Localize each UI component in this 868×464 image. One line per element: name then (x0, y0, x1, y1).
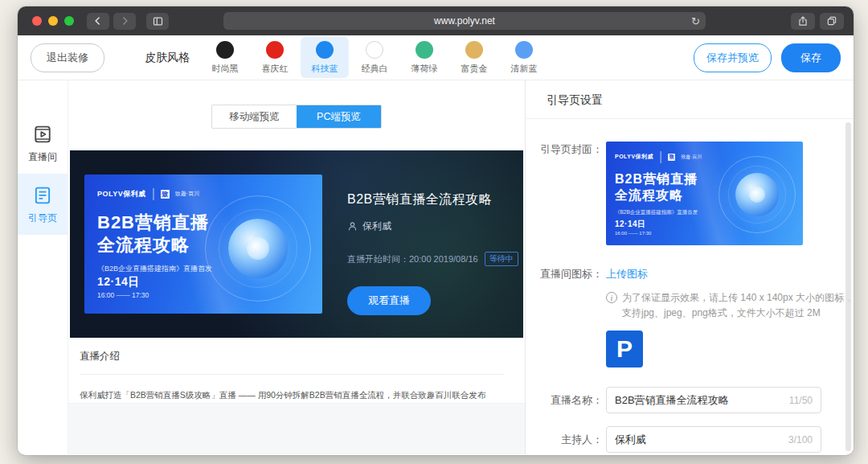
sidebar-item-label: 直播间 (28, 150, 57, 164)
black-color-dot (216, 41, 234, 59)
logo-divider: | (659, 150, 662, 164)
forward-button[interactable] (113, 13, 136, 30)
skin-style-label: 皮肤风格 (145, 51, 190, 65)
upload-icon-link[interactable]: 上传图标 (606, 267, 648, 281)
cover-label: 引导页封面： (526, 142, 603, 157)
zoom-window-icon[interactable] (64, 16, 74, 26)
live-cover-banner: POLYV保利威 | 致 致趣·百川 B2B营销直播 全流程攻略 《B2B企业直… (84, 175, 322, 314)
guide-page-icon (31, 184, 54, 207)
banner-ring-graphic (719, 156, 796, 233)
host-label: 主持人： (526, 432, 603, 447)
left-sidebar: 直播间 引导页 (18, 80, 68, 454)
skin-swatch-label: 富贵金 (461, 63, 488, 75)
banner-time: 16:00 —— 17:30 (615, 231, 651, 236)
freshblue-color-dot (515, 41, 533, 59)
intro-divider (80, 374, 504, 375)
sidebar-toggle-button[interactable] (146, 13, 169, 30)
skin-swatch-white[interactable]: 经典白 (350, 37, 399, 78)
logo-divider: | (152, 187, 155, 201)
tab-pc-preview[interactable]: PC端预览 (297, 105, 381, 128)
live-info-block: B2B营销直播全流程攻略 保利威 直播开始时间：20:00 2019/08/16… (347, 150, 518, 338)
white-color-dot (366, 41, 383, 59)
tab-mobile-preview[interactable]: 移动端预览 (212, 105, 297, 128)
presenter-name: 保利威 (362, 220, 391, 233)
partner-logo-text: 致趣·百川 (175, 190, 199, 198)
skin-swatch-mint[interactable]: 薄荷绿 (400, 37, 448, 78)
back-button[interactable] (87, 13, 109, 30)
forward-icon (119, 15, 130, 27)
banner-time: 16:00 —— 17:30 (97, 291, 149, 299)
skin-swatch-label: 薄荷绿 (411, 63, 438, 75)
browser-window: www.polyv.net ↻ 退出装修 皮肤风格 时尚黑 喜庆红 (18, 6, 854, 455)
back-icon (92, 15, 104, 27)
live-title: B2B营销直播全流程攻略 (347, 191, 518, 208)
banner-date: 12·14日 (615, 219, 651, 230)
polyv-logo: POLYV保利威 (97, 189, 146, 199)
pc-preview-stage: POLYV保利威 | 致 致趣·百川 B2B营销直播 全流程攻略 《B2B企业直… (70, 150, 523, 338)
intro-heading: 直播介绍 (80, 350, 514, 363)
decoration-toolbar: 退出装修 皮肤风格 时尚黑 喜庆红 科技蓝 经典白 薄荷绿 (18, 35, 854, 80)
skin-swatch-gold[interactable]: 富贵金 (450, 37, 498, 78)
share-button[interactable] (791, 13, 815, 30)
host-counter: 3/100 (788, 434, 813, 446)
url-text: www.polyv.net (434, 15, 495, 27)
skin-swatch-black[interactable]: 时尚黑 (201, 37, 249, 78)
host-input[interactable]: 保利威 3/100 (606, 426, 821, 453)
live-room-icon (31, 123, 54, 146)
preview-footer-background (68, 403, 525, 454)
gold-color-dot (465, 41, 483, 59)
reload-icon[interactable]: ↻ (691, 16, 700, 27)
skin-swatch-label: 喜庆红 (262, 63, 289, 75)
status-badge: 等待中 (485, 252, 518, 266)
partner-logo-text: 致趣·百川 (681, 154, 702, 161)
skin-swatch-label: 时尚黑 (212, 63, 239, 75)
skin-swatch-freshblue[interactable]: 清新蓝 (500, 37, 548, 78)
skin-swatch-label: 清新蓝 (511, 63, 538, 75)
banner-ring-graphic (205, 195, 311, 302)
preview-area: 移动端预览 PC端预览 POLYV保利威 | 致 致趣·百川 (68, 80, 525, 454)
watch-live-button[interactable]: 观看直播 (347, 286, 431, 315)
guide-cover-thumbnail[interactable]: POLYV保利威 | 致 致趣·百川 B2B营销直播 全流程攻略 《B2B企业直… (606, 142, 803, 245)
host-value: 保利威 (615, 433, 784, 447)
live-name-value: B2B营销直播全流程攻略 (615, 393, 784, 408)
share-icon (797, 15, 809, 27)
skin-swatch-red[interactable]: 喜庆红 (251, 37, 299, 78)
upload-hint-text: 为了保证显示效果，请上传 140 x 140px 大小的图标，支持jpg、jpe… (622, 290, 854, 320)
save-button[interactable]: 保存 (781, 43, 841, 72)
room-icon-preview: P (606, 331, 643, 368)
sidebar-item-label: 引导页 (28, 211, 57, 225)
address-bar[interactable]: www.polyv.net ↻ (223, 12, 706, 30)
polyv-logo: POLYV保利威 (615, 153, 653, 161)
mint-color-dot (416, 41, 433, 59)
close-window-icon[interactable] (32, 16, 42, 26)
panel-scrollbar[interactable] (845, 122, 851, 451)
info-icon: i (606, 292, 617, 303)
guide-page-settings-panel: 引导页设置 引导页封面： POLYV保利威 | 致 致趣·百川 B2B营 (525, 80, 854, 454)
blue-color-dot (316, 41, 334, 59)
traffic-lights (32, 16, 74, 26)
banner-date: 12·14日 (97, 275, 149, 289)
sidebar-item-guide-page[interactable]: 引导页 (18, 174, 68, 235)
skin-swatch-blue-selected[interactable]: 科技蓝 (301, 37, 349, 78)
tab-overview-icon (826, 15, 837, 27)
sidebar-toggle-icon (152, 15, 164, 27)
minimize-window-icon[interactable] (48, 16, 58, 26)
skin-swatch-label: 科技蓝 (312, 63, 338, 75)
tab-overview-button[interactable] (820, 13, 844, 30)
presenter-icon (347, 221, 358, 232)
exit-decoration-button[interactable]: 退出装修 (31, 43, 104, 72)
red-color-dot (266, 41, 284, 59)
save-and-preview-button[interactable]: 保存并预览 (694, 43, 772, 72)
banner-subtitle: 《B2B企业直播搭建指南》直播首发 (97, 264, 309, 274)
room-icon-label: 直播间图标： (526, 266, 603, 281)
settings-title: 引导页设置 (526, 80, 854, 119)
skin-swatch-label: 经典白 (362, 63, 388, 75)
browser-titlebar: www.polyv.net ↻ (18, 6, 854, 35)
sidebar-item-live-room[interactable]: 直播间 (18, 113, 68, 174)
live-name-input[interactable]: B2B营销直播全流程攻略 11/50 (606, 387, 821, 413)
banner-subtitle: 《B2B企业直播搭建指南》直播首发 (615, 209, 794, 216)
preview-device-tabs: 移动端预览 PC端预览 (211, 105, 382, 129)
skin-swatches: 时尚黑 喜庆红 科技蓝 经典白 薄荷绿 富贵金 (201, 37, 548, 78)
live-name-label: 直播名称： (526, 392, 603, 408)
start-time-text: 直播开始时间：20:00 2019/08/16 (347, 253, 478, 265)
